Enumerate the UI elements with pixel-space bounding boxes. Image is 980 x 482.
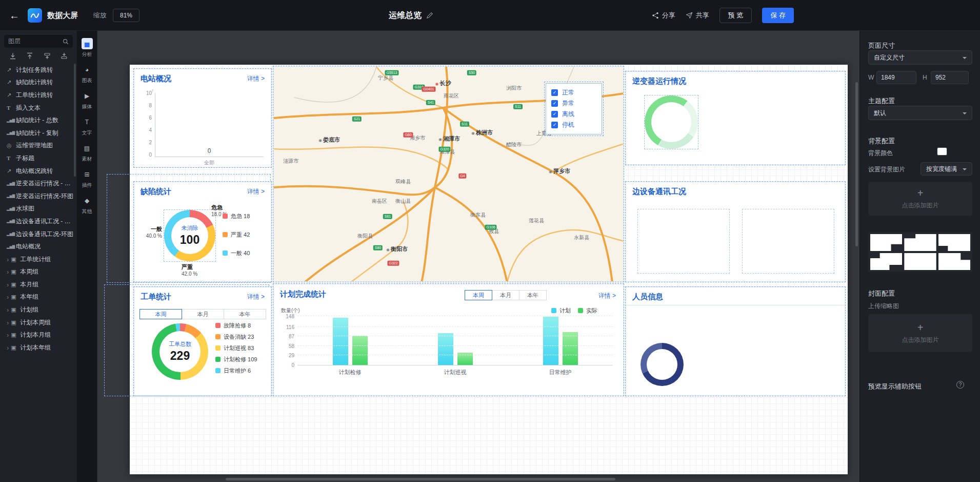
canvas[interactable]: 电站概况 详情 > ↑ 1086420 0 全部 xyxy=(97,31,859,482)
map-legend-item[interactable]: ✓异常 xyxy=(551,98,596,109)
cover-thumbnail[interactable] xyxy=(904,234,936,251)
expand-chevron-icon[interactable]: › xyxy=(7,256,9,263)
layer-item[interactable]: ›▣计划本月组 xyxy=(0,329,77,341)
width-input[interactable]: 1849 xyxy=(876,71,916,84)
tab-本年[interactable]: 本年 xyxy=(519,290,547,300)
map-legend-item[interactable]: ✓离线 xyxy=(551,109,596,120)
expand-chevron-icon[interactable]: › xyxy=(7,268,9,275)
map-legend-item[interactable]: ✓停机 xyxy=(551,120,596,130)
widget-tab-2[interactable]: ◕图表 xyxy=(77,61,97,87)
checkbox-checked-icon[interactable]: ✓ xyxy=(551,122,558,128)
cover-thumbnail[interactable] xyxy=(904,253,936,270)
zoom-input[interactable]: 81% xyxy=(113,9,139,22)
layer-item[interactable]: ▂▅▇缺陷统计 - 复制 xyxy=(0,127,77,140)
layer-item[interactable]: ↗电站概况跳转 xyxy=(0,165,77,178)
layer-item[interactable]: ▂▅▇水球图 xyxy=(0,203,77,216)
move-to-top-icon[interactable] xyxy=(26,52,33,60)
layer-item[interactable]: ›▣工单统计组 xyxy=(0,253,77,266)
station-overview-panel[interactable]: 电站概况 详情 > ↑ 1086420 0 全部 xyxy=(134,69,271,167)
save-button[interactable]: 保 存 xyxy=(762,8,794,23)
canvas-horizontal-scrollbar[interactable] xyxy=(226,478,615,480)
checkbox-checked-icon[interactable]: ✓ xyxy=(551,89,558,96)
cover-thumbnail[interactable] xyxy=(938,253,970,270)
widget-tab-4[interactable]: T文字 xyxy=(77,113,97,140)
edit-title-icon[interactable] xyxy=(426,12,433,19)
layer-item[interactable]: ›▣计划组 xyxy=(0,303,77,316)
layers-scrollbar[interactable] xyxy=(74,64,76,177)
checkbox-checked-icon[interactable]: ✓ xyxy=(551,111,558,118)
bar-实际[interactable] xyxy=(352,336,368,365)
help-icon[interactable]: ? xyxy=(956,381,964,389)
plan-completion-panel[interactable]: 计划完成统计 本周本月本年 详情 > 计划实际 数量(个) 0295887116… xyxy=(273,284,624,396)
bar-计划[interactable] xyxy=(543,317,558,365)
tab-本周[interactable]: 本周 xyxy=(465,290,492,300)
tab-本月[interactable]: 本月 xyxy=(182,309,224,319)
widget-tab-7[interactable]: ◆其他 xyxy=(77,192,97,218)
height-input[interactable]: 952 xyxy=(931,71,969,84)
tab-本月[interactable]: 本月 xyxy=(492,290,519,300)
move-to-bottom-icon[interactable] xyxy=(9,52,16,60)
move-down-icon[interactable] xyxy=(61,52,68,60)
layer-item[interactable]: ›▣计划本年组 xyxy=(0,341,77,354)
canvas-vertical-scrollbar[interactable] xyxy=(855,82,858,246)
layer-item[interactable]: ›▣计划本周组 xyxy=(0,316,77,329)
layer-item[interactable]: ↗计划任务跳转 xyxy=(0,64,77,76)
layer-item[interactable]: ▂▅▇缺陷统计 - 总数 xyxy=(0,114,77,127)
layer-item[interactable]: ›▣本年组 xyxy=(0,291,77,304)
detail-link[interactable]: 详情 > xyxy=(247,74,265,83)
dashboard-sheet[interactable]: 电站概况 详情 > ↑ 1086420 0 全部 xyxy=(130,65,848,474)
workorder-donut-wrap[interactable]: 工单总数 229 xyxy=(152,323,208,380)
add-cover-image-button[interactable]: + 点击添加图片 xyxy=(868,314,972,352)
add-background-image-button[interactable]: + 点击添加图片 xyxy=(868,182,972,216)
layer-item[interactable]: ▂▅▇电站概况 xyxy=(0,240,77,253)
inverter-status-panel[interactable]: 逆变器运行情况 xyxy=(626,71,845,165)
defect-donut-wrap[interactable]: 未消除 100 xyxy=(164,210,215,261)
expand-chevron-icon[interactable]: › xyxy=(7,306,9,313)
layer-item[interactable]: T子标题 xyxy=(0,152,77,165)
widget-tab-5[interactable]: ▤素材 xyxy=(77,140,97,166)
search-icon[interactable] xyxy=(63,38,69,45)
layer-item[interactable]: ▂▅▇逆变器运行情况-环图 xyxy=(0,190,77,203)
theme-select[interactable]: 默认 xyxy=(868,106,972,120)
widget-tab-6[interactable]: ⊞插件 xyxy=(77,166,97,192)
layer-item[interactable]: ▂▅▇边设备通讯工况 - 总数 xyxy=(0,215,77,228)
bar-计划[interactable] xyxy=(438,333,453,365)
layer-item[interactable]: ▂▅▇边设备通讯工况-环图 xyxy=(0,228,77,241)
detail-link[interactable]: 详情 > xyxy=(598,292,616,300)
expand-chevron-icon[interactable]: › xyxy=(7,319,9,326)
layer-item[interactable]: ›▣本月组 xyxy=(0,278,77,291)
layer-item[interactable]: ▂▅▇逆变器运行情况 - 总数 xyxy=(0,177,77,190)
operations-map-panel[interactable]: 宁乡县长沙浏阳市雨花区湘潭市株洲市湘乡市湘潭县娄底市涟源市双峰县上栗县醴陵市萍乡… xyxy=(273,66,624,282)
edge-device-panel[interactable]: 边设备通讯工况 xyxy=(626,182,845,282)
cover-thumbnail[interactable] xyxy=(938,234,970,251)
expand-chevron-icon[interactable]: › xyxy=(7,332,9,338)
cover-thumbnail[interactable] xyxy=(870,234,902,251)
move-up-icon[interactable] xyxy=(44,52,51,60)
tab-本周[interactable]: 本周 xyxy=(139,309,182,319)
layer-item[interactable]: ◎运维管理地图 xyxy=(0,140,77,152)
bar-实际[interactable] xyxy=(563,332,578,365)
layer-item[interactable]: ›▣本周组 xyxy=(0,266,77,279)
expand-chevron-icon[interactable]: › xyxy=(7,281,9,288)
layer-item[interactable]: T插入文本 xyxy=(0,102,77,114)
map-legend-item[interactable]: ✓正常 xyxy=(551,87,596,98)
expand-chevron-icon[interactable]: › xyxy=(7,344,9,351)
background-color-swatch[interactable] xyxy=(937,147,947,156)
page-size-select[interactable]: 自定义尺寸 xyxy=(868,50,972,65)
detail-link[interactable]: 详情 > xyxy=(247,187,265,196)
cover-thumbnail[interactable] xyxy=(870,253,902,270)
layer-item[interactable]: ↗工单统计跳转 xyxy=(0,89,77,102)
inverter-donut-wrap[interactable] xyxy=(645,95,698,149)
share-button[interactable]: 分享 xyxy=(652,11,675,20)
tab-本年[interactable]: 本年 xyxy=(224,309,266,319)
widget-tab-3[interactable]: ▶媒体 xyxy=(77,87,97,113)
layer-item[interactable]: ↗缺陷统计跳转 xyxy=(0,76,77,89)
defect-stats-panel[interactable]: 缺陷统计 详情 > 未消除 100 危急 18.0 % 严重 42.0 % xyxy=(134,182,271,282)
back-button[interactable]: ← xyxy=(9,10,19,22)
bar-计划[interactable] xyxy=(333,318,348,365)
layer-search-input[interactable]: 图层 xyxy=(4,35,73,48)
coshare-button[interactable]: 共享 xyxy=(686,11,709,20)
detail-link[interactable]: 详情 > xyxy=(247,293,265,301)
checkbox-checked-icon[interactable]: ✓ xyxy=(551,100,558,107)
preview-button[interactable]: 预 览 xyxy=(719,8,752,23)
